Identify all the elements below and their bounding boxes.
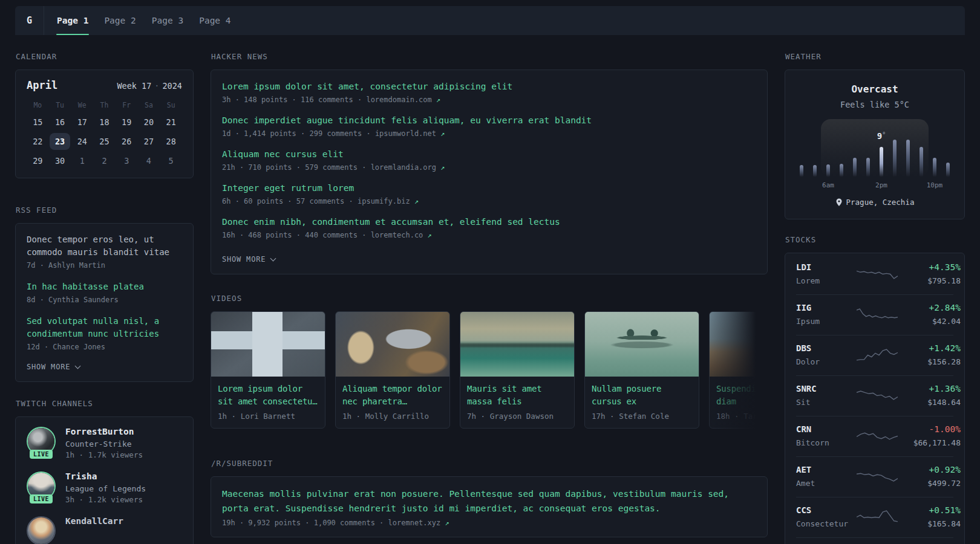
hackernews-item-title[interactable]: Lorem ipsum dolor sit amet, consectetur … <box>222 80 756 93</box>
stock-row[interactable]: CCSConsectetur+0.51%$165.84 <box>796 497 953 537</box>
item-domain[interactable]: ipsumworld.net <box>375 129 440 138</box>
video-title[interactable]: Suspendissediam <box>716 383 768 408</box>
twitch-channel-row[interactable]: KendallCarr <box>27 516 182 544</box>
video-thumbnail[interactable] <box>585 312 699 377</box>
hackernews-item-title[interactable]: Donec enim nibh, condimentum et accumsan… <box>222 215 756 228</box>
tab-page-1[interactable]: Page 1 <box>56 6 89 35</box>
calendar-date: 1 <box>71 151 93 170</box>
item-meta: 3h · 148 points · 116 comments · loremdo… <box>222 96 756 104</box>
stock-row[interactable]: SNRCSit+1.36%$148.64 <box>796 375 953 416</box>
stock-id: SNRCSit <box>796 383 857 408</box>
twitch-channel-row[interactable]: LIVETrishaLeague of Legends3h · 1.2k vie… <box>27 471 182 504</box>
video-title[interactable]: Nullam posuerecursus ex <box>592 383 692 408</box>
stock-sparkline <box>857 347 898 363</box>
twitch-avatar-wrap[interactable] <box>27 516 56 544</box>
hackernews-show-more-button[interactable]: SHOW MORE <box>222 255 275 264</box>
video-card[interactable]: Aliquam tempor dolornec pharetra…1h · Mo… <box>335 311 450 429</box>
item-domain[interactable]: loremlandia.org <box>371 163 441 172</box>
calendar-date: 21 <box>160 112 182 132</box>
hackernews-item-title[interactable]: Donec imperdiet augue tincidunt felis al… <box>222 114 756 127</box>
stock-sparkline <box>857 266 898 282</box>
video-meta: 1h · Lori Barnett <box>218 412 318 421</box>
item-domain[interactable]: loremnet.xyz <box>388 519 445 527</box>
hackernews-item-title[interactable]: Integer eget rutrum lorem <box>222 181 756 195</box>
rss-item-title[interactable]: Donec tempor eros leo, ut commodo mauris… <box>27 233 182 259</box>
section-label-rss: RSS FEED <box>16 206 194 215</box>
calendar-day-header: Tu <box>49 101 71 109</box>
twitch-avatar-wrap[interactable]: LIVE <box>27 427 56 459</box>
stock-price: $165.84 <box>898 518 961 529</box>
video-card[interactable]: Mauris sit ametmassa felis7h · Grayson D… <box>460 311 575 429</box>
item-meta: 19h · 9,932 points · 1,090 comments · lo… <box>222 519 756 527</box>
stock-values: +4.35%$795.18 <box>898 262 961 287</box>
weather-bar <box>946 163 950 177</box>
hackernews-item-title[interactable]: Aliquam nec cursus elit <box>222 147 756 161</box>
location-pin-icon <box>835 198 843 207</box>
rss-show-more-button[interactable]: SHOW MORE <box>27 363 80 371</box>
video-thumbnail[interactable] <box>460 312 574 377</box>
stock-row[interactable]: CRNBitcorn-1.00%$66,171.48 <box>796 416 953 456</box>
item-meta: 16h · 468 points · 440 comments · loremt… <box>222 231 756 239</box>
stock-row[interactable]: DBSDolor+1.42%$156.28 <box>796 335 953 375</box>
stock-sparkline-wrap <box>857 428 898 444</box>
calendar-date: 5 <box>160 151 182 170</box>
subreddit-post-title[interactable]: Maecenas mollis pulvinar erat non posuer… <box>222 487 733 516</box>
twitch-channel-row[interactable]: LIVEForrestBurtonCounter-Strike1h · 1.7k… <box>27 427 182 459</box>
stock-values: +1.36%$148.64 <box>898 383 961 408</box>
tab-page-4[interactable]: Page 4 <box>198 6 231 35</box>
twitch-channel-name[interactable]: Trisha <box>65 471 146 481</box>
video-title-line: diam <box>716 395 768 408</box>
item-domain[interactable]: loremtech.co <box>371 231 428 239</box>
video-thumbnail[interactable] <box>710 312 768 377</box>
rss-item-title[interactable]: Sed volutpat nulla nisl, a condimentum n… <box>27 315 182 340</box>
item-domain[interactable]: ipsumify.biz <box>358 197 414 206</box>
item-domain[interactable]: loremdomain.com <box>366 96 436 104</box>
calendar-date: 15 <box>27 112 49 132</box>
calendar-header: April Week 17·2024 <box>27 79 182 91</box>
twitch-channel-name[interactable]: ForrestBurton <box>65 427 143 436</box>
video-title-line: Aliquam tempor dolor <box>342 383 443 395</box>
stock-price: $66,171.48 <box>898 437 961 448</box>
section-label-twitch: TWITCH CHANNELS <box>16 399 194 408</box>
stock-row[interactable]: AETAmet+0.92%$499.72 <box>796 456 953 497</box>
calendar-day-header: Sa <box>138 101 160 109</box>
stock-sparkline-wrap <box>857 387 898 403</box>
stock-row[interactable]: IIGIpsum+2.84%$42.04 <box>796 294 953 335</box>
hackernews-item: Integer eget rutrum lorem6h · 60 points … <box>222 181 756 206</box>
video-card[interactable]: Nullam posuerecursus ex17h · Stefan Cole <box>584 311 699 429</box>
calendar-date: 20 <box>138 112 160 132</box>
twitch-channel-category[interactable]: League of Legends <box>65 484 146 493</box>
hackernews-item: Donec enim nibh, condimentum et accumsan… <box>222 215 756 239</box>
video-thumbnail[interactable] <box>211 312 325 377</box>
stocks-section: STOCKS LDILorem+4.35%$795.18IIGIpsum+2.8… <box>785 235 965 544</box>
stock-values: +0.92%$499.72 <box>898 464 961 489</box>
video-title[interactable]: Aliquam tempor dolornec pharetra… <box>342 383 443 408</box>
calendar-date: 27 <box>138 132 160 151</box>
rss-item-title[interactable]: In hac habitasse platea <box>27 280 182 293</box>
stock-row[interactable]: AHS+0.46% <box>796 537 953 544</box>
calendar-date: 24 <box>71 132 93 151</box>
video-card[interactable]: Suspendissediam18h · Tara <box>709 311 768 429</box>
stock-id: LDILorem <box>796 262 857 287</box>
video-title[interactable]: Lorem ipsum dolorsit amet consectetu… <box>218 383 318 408</box>
twitch-channel-meta: 3h · 1.2k viewers <box>65 495 146 504</box>
video-meta: 7h · Grayson Dawson <box>467 412 567 421</box>
external-link-icon: ↗ <box>445 519 449 527</box>
twitch-avatar-wrap[interactable]: LIVE <box>27 471 56 504</box>
stock-row[interactable]: LDILorem+4.35%$795.18 <box>796 254 953 294</box>
tab-page-3[interactable]: Page 3 <box>151 6 184 35</box>
video-title-line: Mauris sit amet <box>467 383 567 395</box>
weather-bars <box>800 119 950 177</box>
video-title[interactable]: Mauris sit ametmassa felis <box>467 383 567 408</box>
video-card[interactable]: Lorem ipsum dolorsit amet consectetu…1h … <box>211 311 325 429</box>
video-thumbnail[interactable] <box>336 312 449 377</box>
calendar-date: 29 <box>27 151 49 170</box>
app-logo[interactable]: G <box>15 6 44 35</box>
section-label-hackernews: HACKER NEWS <box>211 52 768 61</box>
tab-page-2[interactable]: Page 2 <box>103 6 136 35</box>
weather-section: WEATHER Overcast Feels like 5°C 9° 6am2p… <box>785 52 965 219</box>
stock-values: +0.51%$165.84 <box>898 505 961 529</box>
twitch-channel-category[interactable]: Counter-Strike <box>65 439 143 448</box>
twitch-channel-name[interactable]: KendallCarr <box>65 516 123 526</box>
video-carousel[interactable]: Lorem ipsum dolorsit amet consectetu…1h … <box>211 311 768 429</box>
